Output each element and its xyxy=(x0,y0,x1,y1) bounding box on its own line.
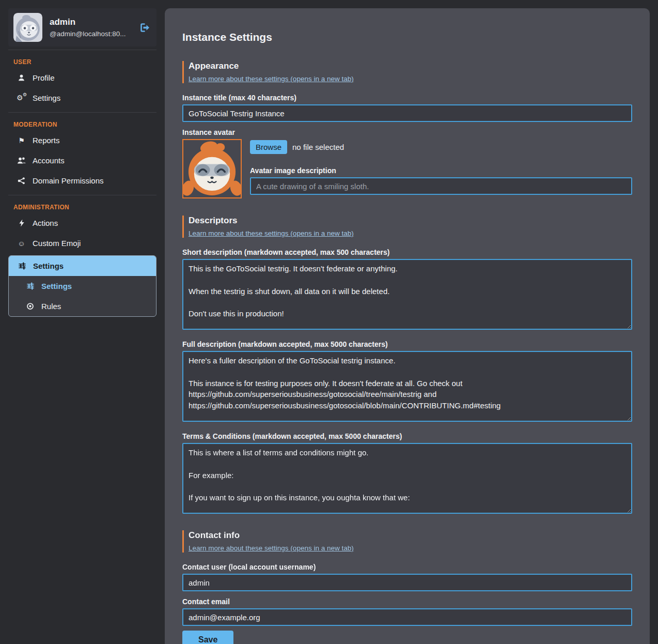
logout-icon[interactable] xyxy=(139,23,150,33)
user-icon xyxy=(17,74,26,82)
user-avatar xyxy=(13,13,42,42)
contact-user-input[interactable] xyxy=(182,574,632,591)
user-card[interactable]: admin @admin@localhost:80... xyxy=(8,8,156,47)
nav-section-moderation: MODERATION ⚑ Reports Accounts xyxy=(8,112,156,195)
short-description-field: Short description (markdown accepted, ma… xyxy=(182,248,632,332)
sidebar-item-accounts[interactable]: Accounts xyxy=(8,150,156,171)
gears-icon: ⚙⚙ xyxy=(17,94,26,102)
learn-more-link[interactable]: Learn more about these settings (opens i… xyxy=(189,229,354,237)
sidebar-item-label: Accounts xyxy=(33,156,65,165)
sidebar-item-label: Settings xyxy=(33,94,60,102)
instance-avatar-image xyxy=(182,139,242,198)
contact-user-label: Contact user (local account username) xyxy=(182,563,632,571)
full-description-label: Full description (markdown accepted, max… xyxy=(182,340,632,348)
subnav-item-label: Settings xyxy=(41,282,72,290)
page-title: Instance Settings xyxy=(182,31,632,43)
section-appearance-header: Appearance Learn more about these settin… xyxy=(182,61,632,83)
contact-email-input[interactable] xyxy=(182,608,632,626)
subnav-item-rules[interactable]: Rules xyxy=(9,296,156,316)
instance-title-input[interactable] xyxy=(182,104,632,122)
avatar-description-label: Avatar image description xyxy=(250,166,632,175)
smiley-icon: ☺ xyxy=(17,240,26,247)
nav-section-administration: ADMINISTRATION Actions ☺ Custom Emoji xyxy=(8,195,156,321)
sidebar-item-profile[interactable]: Profile xyxy=(8,68,156,88)
settings-nav-group: Settings xyxy=(8,255,156,317)
sidebar: admin @admin@localhost:80... USER xyxy=(8,8,156,321)
section-contact-header: Contact info Learn more about these sett… xyxy=(182,530,632,553)
instance-title-label: Instance title (max 40 characters) xyxy=(182,94,632,102)
instance-settings-panel: Instance Settings Appearance Learn more … xyxy=(165,8,650,644)
browse-button[interactable]: Browse xyxy=(250,140,287,154)
sliders-icon xyxy=(18,262,26,270)
sidebar-item-reports[interactable]: ⚑ Reports xyxy=(8,130,156,150)
circle-dot-icon xyxy=(26,302,35,310)
sidebar-item-label: Custom Emoji xyxy=(33,239,81,248)
page: admin @admin@localhost:80... USER xyxy=(0,0,658,644)
sidebar-item-label: Profile xyxy=(33,73,55,82)
section-heading: Appearance xyxy=(189,61,632,71)
user-handle: @admin@localhost:80... xyxy=(50,30,132,38)
full-description-textarea[interactable]: Here's a fuller description of the GoToS… xyxy=(182,351,632,422)
instance-avatar-label: Instance avatar xyxy=(182,128,632,136)
sliders-icon xyxy=(26,282,35,290)
full-description-field: Full description (markdown accepted, max… xyxy=(182,340,632,424)
instance-title-field: Instance title (max 40 characters) xyxy=(182,94,632,122)
sidebar-item-label: Reports xyxy=(33,136,60,145)
sidebar-item-actions[interactable]: Actions xyxy=(8,213,156,233)
section-heading: Contact info xyxy=(189,530,632,541)
nav-category-label: MODERATION xyxy=(8,116,156,130)
sidebar-item-custom-emoji[interactable]: ☺ Custom Emoji xyxy=(8,233,156,253)
settings-subnav: Settings Rules xyxy=(9,276,156,316)
section-heading: Descriptors xyxy=(189,216,632,226)
contact-email-label: Contact email xyxy=(182,597,632,606)
nav-category-label: ADMINISTRATION xyxy=(8,198,156,213)
terms-textarea[interactable]: This is where a list of terms and condit… xyxy=(182,443,632,514)
bolt-icon xyxy=(17,219,26,227)
flag-icon: ⚑ xyxy=(17,137,26,144)
subnav-item-label: Rules xyxy=(41,302,61,311)
nav-section-user: USER Profile ⚙⚙ Settings xyxy=(8,50,156,112)
terms-label: Terms & Conditions (markdown accepted, m… xyxy=(182,432,632,440)
instance-avatar-field: Instance avatar xyxy=(182,128,632,201)
section-descriptors-header: Descriptors Learn more about these setti… xyxy=(182,216,632,238)
terms-field: Terms & Conditions (markdown accepted, m… xyxy=(182,432,632,516)
learn-more-link[interactable]: Learn more about these settings (opens i… xyxy=(189,544,354,552)
share-nodes-icon xyxy=(17,177,26,185)
sidebar-item-label: Settings xyxy=(33,262,64,270)
sidebar-item-label: Actions xyxy=(33,219,58,227)
short-description-label: Short description (markdown accepted, ma… xyxy=(182,248,632,256)
sidebar-nav: USER Profile ⚙⚙ Settings MODERATION xyxy=(8,50,156,321)
subnav-item-settings[interactable]: Settings xyxy=(9,276,156,296)
no-file-selected-text: no file selected xyxy=(292,143,344,151)
user-name: admin xyxy=(50,17,132,27)
sidebar-item-admin-settings[interactable]: Settings xyxy=(9,256,156,276)
avatar-description-input[interactable] xyxy=(250,177,632,195)
user-meta: admin @admin@localhost:80... xyxy=(50,17,132,38)
contact-email-field: Contact email xyxy=(182,597,632,626)
learn-more-link[interactable]: Learn more about these settings (opens i… xyxy=(189,75,354,83)
save-button[interactable]: Save xyxy=(182,631,233,644)
sidebar-item-user-settings[interactable]: ⚙⚙ Settings xyxy=(8,88,156,108)
sidebar-item-label: Domain Permissions xyxy=(33,176,104,185)
sidebar-item-domain-permissions[interactable]: Domain Permissions xyxy=(8,171,156,191)
users-icon xyxy=(17,157,26,164)
short-description-textarea[interactable]: This is the GoToSocial testrig. It doesn… xyxy=(182,259,632,330)
contact-user-field: Contact user (local account username) xyxy=(182,563,632,591)
nav-category-label: USER xyxy=(8,53,156,68)
